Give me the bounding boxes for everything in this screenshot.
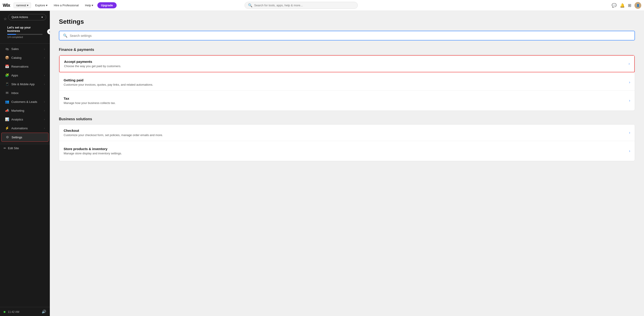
card-desc-getting-paid: Customize your invoices, quotes, pay lin… [64, 83, 153, 86]
card-accept-payments[interactable]: Accept payments Choose the way you get p… [59, 55, 635, 72]
main-content: Settings 🔍 Finance & payments Accept pay… [50, 11, 644, 316]
chevron-down-icon: ▾ [42, 15, 43, 19]
search-icon: 🔍 [63, 33, 68, 38]
chevron-down-icon: ▾ [92, 3, 93, 7]
chevron-right-icon: › [629, 131, 630, 135]
progress-fill [7, 34, 16, 35]
star-icon: ☆ [4, 17, 7, 21]
sidebar-footer: 11:42 AM 🔊 [0, 307, 50, 316]
progress-bar [7, 34, 42, 35]
card-text-store-products: Store products & inventory Manage store … [64, 147, 122, 155]
sidebar-item-apps[interactable]: 🧩 Apps › [1, 71, 48, 80]
sound-icon[interactable]: 🔊 [42, 310, 46, 314]
current-time: 11:42 AM [8, 310, 19, 314]
edit-icon: ✏ [4, 147, 6, 150]
sales-icon: 🛍 [5, 47, 9, 51]
card-tax[interactable]: Tax Manage how your business collects ta… [59, 92, 635, 109]
card-title-checkout: Checkout [64, 129, 163, 133]
time-display: 11:42 AM [4, 310, 19, 314]
sidebar-item-label: Settings [12, 136, 22, 139]
sidebar-item-analytics[interactable]: 📊 Analytics › [1, 115, 48, 124]
global-search-input[interactable] [254, 3, 354, 7]
grid-icon[interactable]: ⊞ [628, 3, 631, 8]
sidebar-item-label: Reservations [11, 65, 28, 68]
card-title-store-products: Store products & inventory [64, 147, 122, 151]
sidebar-item-inbox[interactable]: ✉ Inbox [1, 89, 48, 97]
card-text-getting-paid: Getting paid Customize your invoices, qu… [64, 78, 153, 86]
sidebar-item-automations[interactable]: ⚡ Automations › [1, 124, 48, 133]
upgrade-button[interactable]: Upgrade [97, 2, 116, 8]
sidebar-item-site-mobile[interactable]: 📱 Site & Mobile App › [1, 80, 48, 88]
chevron-right-icon: › [44, 127, 45, 130]
quick-actions-button[interactable]: Quick Actions ▾ [8, 14, 46, 20]
automations-icon: ⚡ [5, 126, 9, 130]
sidebar-item-left: 📣 Marketing [5, 109, 24, 113]
sidebar-item-reservations[interactable]: 📅 Reservations [1, 62, 48, 71]
sidebar-item-label: Marketing [11, 109, 24, 112]
chevron-right-icon: › [44, 100, 45, 103]
site-selector[interactable]: ramrest ▾ [14, 2, 31, 8]
chevron-right-icon: › [44, 74, 45, 77]
setup-section: Let's set up your business 1/4 completed [4, 26, 46, 41]
sidebar-item-left: 📊 Analytics [5, 117, 23, 121]
sidebar-item-catalog[interactable]: 📦 Catalog › [1, 53, 48, 62]
chevron-down-icon: ▾ [27, 3, 28, 7]
sidebar-item-left: 📅 Reservations [5, 64, 28, 68]
sidebar-item-sales[interactable]: 🛍 Sales › [1, 45, 48, 53]
sidebar: ❮ ☆ Quick Actions ▾ Let's set up your bu… [0, 11, 50, 316]
chevron-right-icon: › [629, 80, 630, 84]
sidebar-item-left: 📱 Site & Mobile App [5, 82, 35, 86]
global-search[interactable]: 🔍 [244, 2, 358, 9]
edit-site-button[interactable]: ✏ Edit Site [0, 144, 50, 152]
chevron-right-icon: › [44, 109, 45, 112]
page-title: Settings [59, 18, 635, 25]
catalog-icon: 📦 [5, 56, 9, 60]
card-store-products[interactable]: Store products & inventory Manage store … [59, 143, 635, 159]
reservations-icon: 📅 [5, 64, 9, 68]
quick-actions-label: Quick Actions [12, 15, 28, 19]
chevron-right-icon: › [44, 56, 45, 59]
apps-icon: 🧩 [5, 73, 9, 77]
sidebar-divider-bottom [0, 143, 50, 143]
sidebar-item-left: ⚙ Settings [5, 135, 22, 139]
wix-logo: Wix [3, 3, 10, 8]
settings-search-input[interactable] [70, 34, 631, 37]
chevron-right-icon: › [628, 62, 630, 66]
sidebar-item-left: 👥 Customers & Leads [5, 100, 37, 104]
card-text-checkout: Checkout Customize your checkout form, s… [64, 129, 163, 137]
sidebar-item-label: Automations [11, 127, 28, 130]
main-layout: ❮ ☆ Quick Actions ▾ Let's set up your bu… [0, 11, 644, 316]
sidebar-item-label: Analytics [11, 118, 23, 121]
sidebar-item-left: 📦 Catalog [5, 56, 22, 60]
sidebar-item-label: Customers & Leads [11, 100, 37, 104]
section-title-finance: Finance & payments [59, 48, 635, 52]
card-title-tax: Tax [64, 97, 116, 100]
explore-nav[interactable]: Explore ▾ [33, 3, 50, 7]
chevron-right-icon: › [44, 83, 45, 85]
chat-icon[interactable]: 💬 [612, 3, 616, 8]
chevron-right-icon: › [629, 99, 630, 103]
section-finance: Finance & payments Accept payments Choos… [59, 48, 635, 111]
hire-nav[interactable]: Hire a Professional [52, 3, 81, 7]
customers-icon: 👥 [5, 100, 9, 104]
sidebar-item-marketing[interactable]: 📣 Marketing › [1, 106, 48, 115]
bell-icon[interactable]: 🔔 [620, 3, 625, 8]
card-title-getting-paid: Getting paid [64, 78, 153, 82]
sidebar-item-left: 🛍 Sales [5, 47, 19, 51]
help-nav[interactable]: Help ▾ [83, 3, 96, 7]
marketing-icon: 📣 [5, 109, 9, 113]
card-desc-checkout: Customize your checkout form, set polici… [64, 133, 163, 137]
site-mobile-icon: 📱 [5, 82, 9, 86]
chevron-right-icon: › [44, 118, 45, 121]
sidebar-item-settings[interactable]: ⚙ Settings [1, 133, 48, 142]
sidebar-header: ☆ Quick Actions ▾ Let's set up your busi… [0, 11, 50, 42]
avatar[interactable]: 👤 [634, 2, 641, 9]
section-cards-business-solutions: Checkout Customize your checkout form, s… [59, 124, 635, 161]
card-getting-paid[interactable]: Getting paid Customize your invoices, qu… [59, 74, 635, 91]
settings-search-bar[interactable]: 🔍 [59, 31, 635, 40]
section-cards-finance: Accept payments Choose the way you get p… [59, 55, 635, 111]
sidebar-item-label: Apps [11, 74, 18, 77]
card-checkout[interactable]: Checkout Customize your checkout form, s… [59, 125, 635, 141]
sidebar-item-customers[interactable]: 👥 Customers & Leads › [1, 97, 48, 106]
settings-sections: Finance & payments Accept payments Choos… [59, 48, 635, 161]
